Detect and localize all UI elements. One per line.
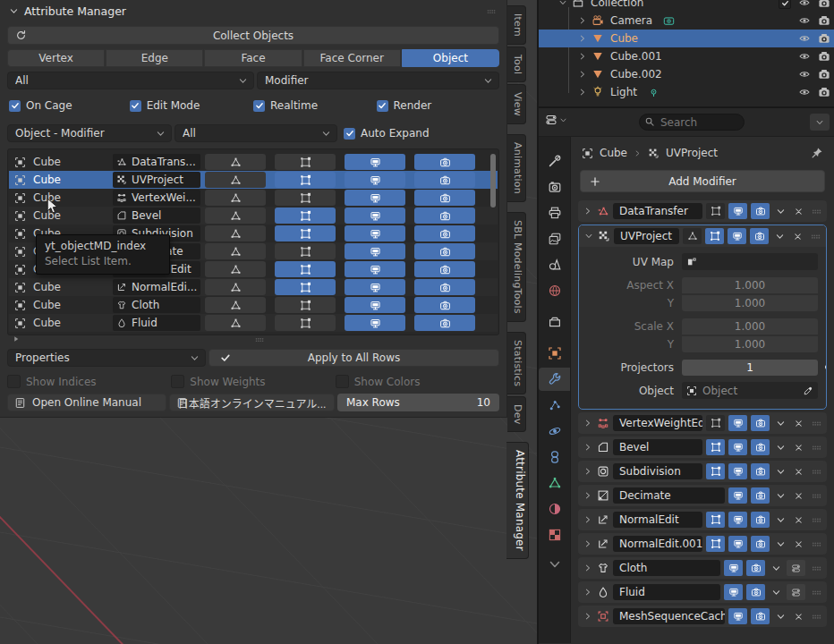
properties-tab-particles[interactable] [539, 394, 570, 417]
toggle-realtime[interactable] [724, 584, 743, 600]
modifier-extras-menu[interactable] [773, 512, 787, 528]
eye-icon[interactable] [798, 14, 811, 27]
number-field[interactable]: 1.000 [682, 318, 818, 335]
domain-tab-edge[interactable]: Edge [106, 49, 203, 67]
modifier-delete-button[interactable] [791, 536, 805, 552]
toggle-on-cage[interactable] [205, 243, 266, 259]
breadcrumb-object[interactable]: Cube [600, 147, 627, 159]
properties-tab-tool[interactable] [539, 149, 570, 173]
modifier-name-field[interactable]: NormalEdit.001 [613, 536, 702, 552]
toggle-realtime[interactable] [345, 208, 405, 224]
toggle-render[interactable] [751, 512, 770, 528]
open-online-manual-button[interactable]: Open Online Manual [7, 394, 166, 411]
list-filter-expand-icon[interactable] [13, 332, 20, 344]
render-visibility-icon[interactable] [818, 0, 830, 9]
auto-expand-checkbox[interactable]: Auto Expand [344, 124, 430, 142]
toggle-render[interactable] [751, 203, 770, 219]
modifier-name-field[interactable]: NormalEdit [613, 512, 702, 528]
attr-table-row[interactable]: CubeDataTrans... [9, 153, 498, 171]
toggle-render[interactable] [750, 228, 769, 244]
eye-icon[interactable] [798, 68, 811, 80]
toggle-on-cage[interactable] [205, 190, 266, 206]
toggle-render[interactable] [414, 208, 475, 224]
toggle-render[interactable] [751, 439, 770, 455]
list-resize-grip-icon[interactable] [253, 333, 266, 346]
toggle-render[interactable] [414, 261, 475, 277]
field-control[interactable]: 1.000 [682, 318, 818, 335]
toggle-render[interactable] [414, 243, 475, 259]
modifier-delete-button[interactable] [791, 415, 805, 431]
collect-objects-button[interactable]: Collect Objects [7, 26, 499, 45]
toggle-edit-mode[interactable] [706, 536, 725, 552]
toggle-edit-mode[interactable] [275, 315, 336, 331]
modifier-extras-menu[interactable] [773, 203, 787, 219]
toggle-render[interactable] [751, 536, 770, 552]
outliner-row-cube-002[interactable]: Cube.002 [539, 65, 834, 83]
modifier-name-field[interactable]: Decimate [613, 487, 725, 504]
object-scope-select[interactable]: All [174, 124, 337, 142]
toggle-on-cage[interactable] [205, 315, 266, 331]
table-object-cell[interactable]: Cube [14, 314, 111, 332]
checkbox[interactable] [171, 375, 184, 388]
table-object-cell[interactable]: Cube [14, 171, 111, 189]
modifier-name-field[interactable]: VertexWeightEdit [613, 415, 702, 431]
outliner-row-light[interactable]: Light [539, 83, 834, 101]
toggle-realtime[interactable] [728, 463, 747, 479]
toggle-edit-mode[interactable] [275, 279, 336, 295]
modifier-delete-button[interactable] [791, 203, 805, 219]
field-control[interactable]: 1.000 [682, 295, 818, 311]
toggle-edit-mode[interactable] [275, 190, 336, 206]
checkbox[interactable] [130, 100, 141, 112]
toggle-render[interactable] [751, 415, 770, 431]
toggle-on-cage[interactable] [205, 261, 266, 277]
outliner-row-camera[interactable]: Camera [539, 12, 834, 30]
domain-tab-object[interactable]: Object [402, 49, 499, 67]
toggle-on-cage[interactable] [205, 225, 266, 242]
table-modifier-cell[interactable]: UVProject [113, 172, 200, 188]
properties-tab-view-layer[interactable] [539, 227, 570, 250]
properties-tab-physics[interactable] [539, 419, 570, 443]
modifier-name-field[interactable]: Subdivision [613, 463, 702, 479]
modifier-header[interactable]: Decimate [578, 485, 827, 506]
render-visibility-icon[interactable] [818, 32, 830, 45]
field-control[interactable]: Object [682, 382, 818, 399]
checkbox[interactable] [336, 375, 349, 388]
table-modifier-cell[interactable]: Fluid [113, 315, 200, 331]
attr-table-row[interactable]: CubeVertexWei... [9, 189, 498, 207]
toggle-realtime[interactable] [345, 297, 405, 313]
toggle-show-indices[interactable]: Show Indices [7, 375, 171, 388]
toggle-realtime[interactable] [728, 608, 747, 624]
field-control[interactable]: 1 [682, 360, 818, 376]
modifier-header[interactable]: NormalEdit [578, 509, 827, 530]
animate-dot[interactable] [825, 365, 828, 369]
toggle-edit-mode[interactable] [275, 225, 336, 242]
toggle-realtime[interactable] [728, 512, 747, 528]
render-visibility-icon[interactable] [818, 14, 830, 27]
modifier-delete-button[interactable] [791, 463, 805, 479]
physics-properties-button[interactable] [787, 560, 805, 576]
toggle-edit-mode[interactable] [275, 154, 336, 170]
toggle-render[interactable] [414, 225, 475, 242]
filter-options-button[interactable] [810, 114, 830, 131]
modifier-extras-menu[interactable] [773, 487, 787, 504]
sidebar-tab-item[interactable]: Item [507, 5, 526, 45]
pin-icon[interactable] [811, 147, 823, 159]
table-modifier-cell[interactable]: Cloth [113, 297, 200, 313]
toggle-realtime[interactable] [728, 415, 747, 431]
field-control[interactable] [682, 253, 818, 270]
toggle-edit-mode[interactable] [275, 297, 336, 313]
number-field[interactable]: 1 [682, 360, 818, 376]
toggle-edit-mode[interactable] [706, 415, 725, 431]
toggle-render[interactable] [414, 172, 475, 188]
toggle-realtime[interactable] [728, 228, 746, 244]
modifier-extras-menu[interactable] [773, 415, 787, 431]
field-control[interactable]: 1.000 [682, 277, 818, 293]
modifier-name-field[interactable]: Cloth [613, 560, 720, 576]
attr-table-row[interactable]: CubeCloth [9, 296, 498, 314]
render-visibility-icon[interactable] [818, 50, 830, 63]
toggle-realtime[interactable]: Realtime [253, 99, 376, 112]
toggle-realtime[interactable] [724, 560, 743, 576]
physics-properties-button[interactable] [787, 584, 805, 600]
toggle-on-cage[interactable]: On Cage [9, 99, 130, 112]
toggle-on-cage[interactable] [205, 208, 266, 224]
